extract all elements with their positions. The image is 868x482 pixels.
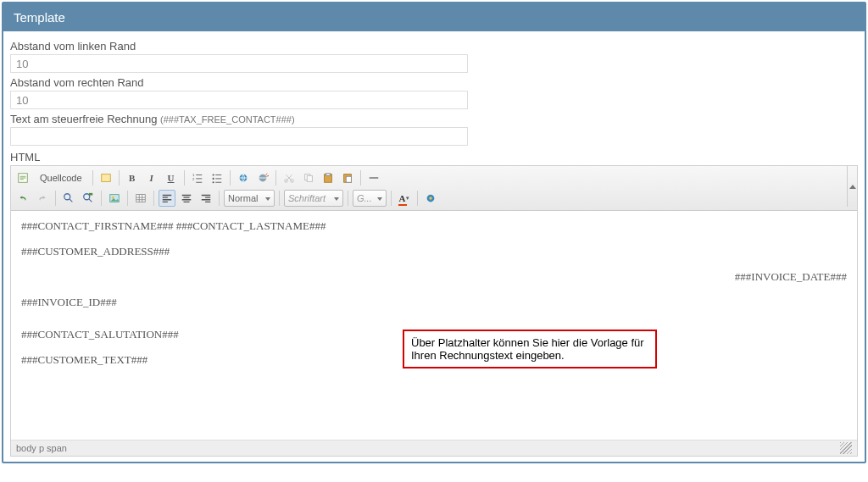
bullet-list-button[interactable] [209, 169, 225, 186]
italic-button[interactable]: I [143, 169, 160, 186]
svg-rect-17 [369, 177, 378, 179]
left-margin-input[interactable] [10, 54, 468, 73]
taxfree-input[interactable] [10, 127, 468, 146]
toolbar-collapse-button[interactable] [847, 166, 857, 207]
svg-rect-1 [101, 175, 110, 182]
source-icon[interactable] [14, 169, 31, 186]
paste-button[interactable] [320, 169, 337, 186]
taxfree-label: Text am steuerfreie Rechnung (###TAX_FRE… [10, 113, 858, 125]
text-color-button[interactable]: A▾ [396, 190, 413, 207]
annotation-callout: Über Platzhalter können Sie hier die Vor… [403, 330, 657, 368]
image-button[interactable] [106, 190, 123, 207]
editor-line-3-right: ###INVOICE_DATE### [21, 270, 847, 284]
replace-button[interactable] [80, 190, 97, 207]
redo-button[interactable] [34, 190, 51, 207]
preview-icon[interactable] [97, 169, 114, 186]
resize-grip-icon[interactable] [840, 442, 852, 454]
about-button[interactable] [422, 190, 439, 207]
align-right-button[interactable] [198, 190, 214, 207]
align-center-button[interactable] [178, 190, 195, 207]
paste-text-button[interactable] [339, 169, 356, 186]
link-button[interactable] [235, 169, 252, 186]
align-left-button[interactable] [159, 190, 175, 207]
size-select[interactable]: G... [353, 190, 387, 207]
format-select[interactable]: Normal [224, 190, 275, 207]
source-button[interactable]: Quellcode [34, 169, 88, 186]
html-label: HTML [10, 151, 858, 163]
editor-line-4: ###INVOICE_ID### [21, 296, 847, 309]
font-select[interactable]: Schriftart [284, 190, 343, 207]
svg-rect-16 [346, 176, 351, 182]
svg-point-25 [429, 197, 432, 200]
taxfree-hint: (###TAX_FREE_CONTACT###) [160, 114, 295, 125]
unlink-button[interactable] [254, 169, 271, 186]
editor-line-2: ###CUSTOMER_ADDRESS### [21, 245, 847, 258]
bold-button[interactable]: B [124, 169, 141, 186]
editor-line-1: ###CONTACT_FIRSTNAME### ###CONTACT_LASTN… [21, 219, 847, 233]
svg-text:2: 2 [192, 177, 194, 181]
numbered-list-button[interactable]: 12 [189, 169, 206, 186]
element-path[interactable]: body p span [16, 443, 67, 453]
svg-point-18 [64, 194, 70, 200]
template-panel: Template Abstand vom linken Rand Abstand… [2, 2, 866, 463]
table-button[interactable] [132, 190, 149, 207]
editor-toolbar: Quellcode B I U 12 [11, 166, 857, 211]
html-editor: Quellcode B I U 12 [10, 165, 858, 457]
editor-content[interactable]: ###CONTACT_FIRSTNAME### ###CONTACT_LASTN… [11, 211, 857, 440]
left-margin-label: Abstand vom linken Rand [10, 40, 858, 53]
underline-button[interactable]: U [163, 169, 180, 186]
right-margin-input[interactable] [10, 91, 468, 109]
svg-rect-20 [89, 193, 92, 196]
taxfree-label-text: Text am steuerfreie Rechnung [10, 113, 157, 125]
panel-title: Template [3, 3, 865, 31]
svg-rect-23 [136, 195, 146, 202]
panel-body: Abstand vom linken Rand Abstand vom rech… [3, 31, 865, 462]
cut-button[interactable] [281, 169, 298, 186]
svg-point-5 [212, 178, 214, 180]
right-margin-label: Abstand vom rechten Rand [10, 76, 858, 89]
find-button[interactable] [60, 190, 77, 207]
hr-button[interactable] [365, 169, 382, 186]
copy-button[interactable] [300, 169, 317, 186]
svg-rect-12 [307, 175, 312, 181]
svg-rect-14 [326, 174, 330, 176]
svg-point-6 [212, 181, 214, 183]
undo-button[interactable] [14, 190, 31, 207]
editor-status-bar: body p span [11, 440, 857, 456]
svg-point-19 [84, 194, 90, 200]
svg-point-4 [212, 174, 214, 175]
